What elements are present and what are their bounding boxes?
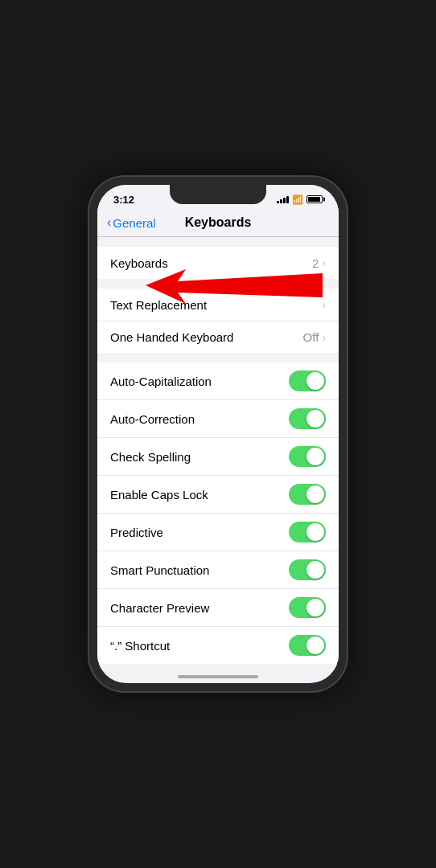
keyboards-label: Keyboards	[110, 256, 168, 270]
wifi-icon: 📶	[292, 194, 303, 205]
battery-icon	[306, 195, 323, 203]
character-preview-label: Character Preview	[110, 601, 209, 615]
auto-correction-label: Auto-Correction	[110, 412, 195, 426]
one-handed-value: Off	[303, 330, 319, 344]
check-spelling-label: Check Spelling	[110, 450, 191, 464]
shortcut-toggle[interactable]	[289, 635, 326, 656]
one-handed-keyboard-cell[interactable]: One Handed Keyboard Off ›	[97, 321, 339, 353]
one-handed-keyboard-right: Off ›	[303, 330, 326, 344]
chevron-right-icon: ›	[322, 256, 326, 269]
keyboards-count: 2	[312, 256, 319, 270]
scroll-content[interactable]: Keyboards 2 › Text Replacement › One Han…	[97, 237, 339, 669]
predictive-toggle[interactable]	[289, 522, 326, 542]
character-preview-toggle[interactable]	[289, 597, 326, 618]
section-keyboards: Keyboards 2 ›	[97, 247, 339, 279]
status-icons: 📶	[277, 194, 323, 205]
nav-bar: ‹ General Keyboards	[97, 211, 339, 237]
one-handed-keyboard-label: One Handed Keyboard	[110, 330, 233, 344]
back-button[interactable]: ‹ General	[107, 215, 156, 230]
enable-caps-lock-toggle[interactable]	[289, 484, 326, 505]
enable-caps-lock-cell[interactable]: Enable Caps Lock	[97, 475, 339, 513]
auto-capitalization-toggle[interactable]	[289, 371, 326, 391]
predictive-cell[interactable]: Predictive	[97, 513, 339, 551]
home-indicator	[178, 675, 258, 678]
check-spelling-cell[interactable]: Check Spelling	[97, 437, 339, 475]
text-replacement-right: ›	[322, 298, 326, 311]
auto-capitalization-label: Auto-Capitalization	[110, 375, 212, 388]
auto-correction-toggle[interactable]	[289, 408, 326, 429]
smart-punctuation-label: Smart Punctuation	[110, 563, 209, 577]
shortcut-label: “.” Shortcut	[110, 639, 170, 653]
predictive-label: Predictive	[110, 526, 163, 539]
page-title: Keyboards	[185, 215, 252, 230]
back-label[interactable]: General	[113, 216, 155, 230]
auto-capitalization-cell[interactable]: Auto-Capitalization	[97, 362, 339, 399]
auto-correction-cell[interactable]: Auto-Correction	[97, 399, 339, 437]
enable-caps-lock-label: Enable Caps Lock	[110, 488, 208, 502]
chevron-left-icon: ‹	[107, 215, 111, 230]
status-time: 3:12	[113, 194, 134, 206]
text-replacement-label: Text Replacement	[110, 298, 207, 312]
smart-punctuation-toggle[interactable]	[289, 559, 326, 580]
smart-punctuation-cell[interactable]: Smart Punctuation	[97, 551, 339, 588]
shortcut-cell[interactable]: “.” Shortcut	[97, 626, 339, 664]
character-preview-cell[interactable]: Character Preview	[97, 588, 339, 626]
signal-icon	[277, 195, 289, 203]
chevron-right-icon: ›	[322, 331, 326, 344]
chevron-right-icon: ›	[322, 298, 326, 311]
keyboards-right: 2 ›	[312, 256, 326, 270]
keyboards-cell[interactable]: Keyboards 2 ›	[97, 247, 339, 279]
section-text-options: Text Replacement › One Handed Keyboard O…	[97, 289, 339, 353]
check-spelling-toggle[interactable]	[289, 446, 326, 467]
section-toggles: Auto-Capitalization Auto-Correction Chec…	[97, 362, 339, 664]
shortcut-note: Double tapping the space bar will insert…	[97, 664, 339, 669]
text-replacement-cell[interactable]: Text Replacement ›	[97, 289, 339, 321]
